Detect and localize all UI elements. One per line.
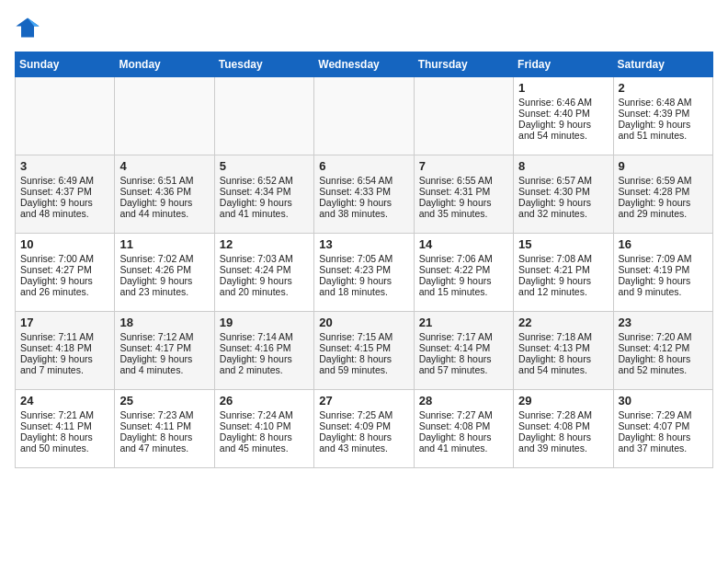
day-info: Sunrise: 6:55 AM	[419, 175, 508, 186]
calendar-cell: 30Sunrise: 7:29 AMSunset: 4:07 PMDayligh…	[613, 390, 712, 468]
calendar-cell: 5Sunrise: 6:52 AMSunset: 4:34 PMDaylight…	[214, 155, 313, 234]
day-info: Sunset: 4:09 PM	[319, 420, 408, 431]
day-info: Daylight: 8 hours and 41 minutes.	[419, 431, 508, 454]
day-info: Sunrise: 7:23 AM	[119, 409, 209, 420]
calendar-cell	[16, 77, 115, 155]
day-info: Sunset: 4:30 PM	[518, 186, 608, 197]
day-number: 14	[419, 237, 508, 251]
day-info: Sunset: 4:37 PM	[20, 186, 109, 197]
day-number: 23	[619, 316, 708, 329]
day-info: Sunrise: 6:51 AM	[119, 175, 209, 186]
calendar-cell: 6Sunrise: 6:54 AMSunset: 4:33 PMDaylight…	[314, 155, 414, 234]
calendar-cell: 26Sunrise: 7:24 AMSunset: 4:10 PMDayligh…	[214, 390, 313, 468]
day-info: Sunset: 4:34 PM	[220, 186, 309, 197]
day-info: Sunset: 4:18 PM	[20, 342, 109, 353]
day-info: Sunset: 4:13 PM	[518, 342, 608, 353]
day-info: Sunset: 4:07 PM	[619, 420, 708, 431]
calendar-cell: 16Sunrise: 7:09 AMSunset: 4:19 PMDayligh…	[613, 234, 712, 312]
calendar-cell: 23Sunrise: 7:20 AMSunset: 4:12 PMDayligh…	[613, 312, 712, 390]
day-info: Sunrise: 7:05 AM	[319, 253, 408, 264]
calendar-cell: 17Sunrise: 7:11 AMSunset: 4:18 PMDayligh…	[16, 312, 115, 390]
day-info: Sunset: 4:10 PM	[220, 420, 309, 431]
day-number: 11	[119, 237, 209, 251]
day-info: Sunrise: 7:11 AM	[20, 331, 109, 342]
week-row-3: 10Sunrise: 7:00 AMSunset: 4:27 PMDayligh…	[16, 234, 713, 312]
calendar-cell	[115, 77, 214, 155]
logo	[15, 15, 44, 40]
day-number: 5	[220, 159, 309, 173]
day-info: Daylight: 8 hours and 57 minutes.	[419, 353, 508, 375]
week-row-4: 17Sunrise: 7:11 AMSunset: 4:18 PMDayligh…	[16, 312, 713, 390]
day-info: Daylight: 9 hours and 7 minutes.	[20, 353, 109, 375]
calendar-cell: 11Sunrise: 7:02 AMSunset: 4:26 PMDayligh…	[115, 234, 214, 312]
calendar-cell: 20Sunrise: 7:15 AMSunset: 4:15 PMDayligh…	[314, 312, 414, 390]
day-info: Daylight: 9 hours and 51 minutes.	[619, 119, 708, 141]
day-info: Sunset: 4:26 PM	[119, 264, 209, 275]
day-number: 3	[20, 159, 109, 173]
day-number: 2	[619, 81, 708, 95]
day-number: 1	[518, 81, 608, 95]
day-info: Sunrise: 6:49 AM	[20, 175, 109, 186]
day-number: 26	[220, 394, 309, 408]
day-info: Daylight: 8 hours and 43 minutes.	[319, 431, 408, 454]
day-number: 6	[319, 159, 408, 173]
day-info: Sunrise: 7:12 AM	[119, 331, 209, 342]
day-number: 16	[619, 237, 708, 251]
day-number: 18	[119, 316, 209, 329]
day-number: 13	[319, 237, 408, 251]
day-info: Daylight: 9 hours and 18 minutes.	[319, 275, 408, 297]
day-info: Sunrise: 7:09 AM	[619, 253, 708, 264]
calendar-cell	[414, 77, 513, 155]
day-info: Sunset: 4:16 PM	[220, 342, 309, 353]
day-info: Sunrise: 7:08 AM	[518, 253, 608, 264]
day-info: Daylight: 8 hours and 47 minutes.	[119, 431, 209, 454]
day-info: Sunset: 4:12 PM	[619, 342, 708, 353]
calendar-cell: 19Sunrise: 7:14 AMSunset: 4:16 PMDayligh…	[214, 312, 313, 390]
day-info: Daylight: 9 hours and 29 minutes.	[619, 197, 708, 219]
day-info: Daylight: 9 hours and 4 minutes.	[119, 353, 209, 375]
header-wednesday: Wednesday	[314, 52, 414, 77]
day-number: 27	[319, 394, 408, 408]
calendar-cell: 8Sunrise: 6:57 AMSunset: 4:30 PMDaylight…	[514, 155, 613, 234]
day-info: Sunrise: 6:59 AM	[619, 175, 708, 186]
day-info: Sunrise: 7:27 AM	[419, 409, 508, 420]
day-info: Sunset: 4:08 PM	[419, 420, 508, 431]
day-number: 28	[419, 394, 508, 408]
calendar-cell: 28Sunrise: 7:27 AMSunset: 4:08 PMDayligh…	[414, 390, 513, 468]
day-info: Daylight: 9 hours and 2 minutes.	[220, 353, 309, 375]
day-info: Sunrise: 6:52 AM	[220, 175, 309, 186]
day-info: Daylight: 9 hours and 32 minutes.	[518, 197, 608, 219]
calendar-cell: 18Sunrise: 7:12 AMSunset: 4:17 PMDayligh…	[115, 312, 214, 390]
day-info: Sunset: 4:19 PM	[619, 264, 708, 275]
week-row-2: 3Sunrise: 6:49 AMSunset: 4:37 PMDaylight…	[16, 155, 713, 234]
day-info: Sunset: 4:28 PM	[619, 186, 708, 197]
day-info: Daylight: 8 hours and 37 minutes.	[619, 431, 708, 454]
day-number: 22	[518, 316, 608, 329]
day-info: Sunset: 4:22 PM	[419, 264, 508, 275]
day-number: 15	[518, 237, 608, 251]
day-number: 10	[20, 237, 109, 251]
day-info: Sunrise: 7:20 AM	[619, 331, 708, 342]
calendar-cell: 21Sunrise: 7:17 AMSunset: 4:14 PMDayligh…	[414, 312, 513, 390]
day-info: Sunset: 4:31 PM	[419, 186, 508, 197]
day-info: Sunrise: 7:06 AM	[419, 253, 508, 264]
calendar-cell: 24Sunrise: 7:21 AMSunset: 4:11 PMDayligh…	[16, 390, 115, 468]
day-number: 24	[20, 394, 109, 408]
day-number: 25	[119, 394, 209, 408]
day-info: Sunrise: 7:17 AM	[419, 331, 508, 342]
calendar-cell: 25Sunrise: 7:23 AMSunset: 4:11 PMDayligh…	[115, 390, 214, 468]
day-info: Daylight: 9 hours and 41 minutes.	[220, 197, 309, 219]
day-info: Sunrise: 7:24 AM	[220, 409, 309, 420]
calendar-cell: 22Sunrise: 7:18 AMSunset: 4:13 PMDayligh…	[514, 312, 613, 390]
day-info: Sunrise: 6:46 AM	[518, 97, 608, 108]
day-number: 21	[419, 316, 508, 329]
day-info: Daylight: 9 hours and 48 minutes.	[20, 197, 109, 219]
calendar-cell: 7Sunrise: 6:55 AMSunset: 4:31 PMDaylight…	[414, 155, 513, 234]
day-info: Sunset: 4:24 PM	[220, 264, 309, 275]
day-info: Daylight: 8 hours and 52 minutes.	[619, 353, 708, 375]
calendar-cell: 13Sunrise: 7:05 AMSunset: 4:23 PMDayligh…	[314, 234, 414, 312]
day-info: Sunrise: 7:14 AM	[220, 331, 309, 342]
day-number: 4	[119, 159, 209, 173]
day-info: Sunrise: 7:28 AM	[518, 409, 608, 420]
calendar-cell: 27Sunrise: 7:25 AMSunset: 4:09 PMDayligh…	[314, 390, 414, 468]
